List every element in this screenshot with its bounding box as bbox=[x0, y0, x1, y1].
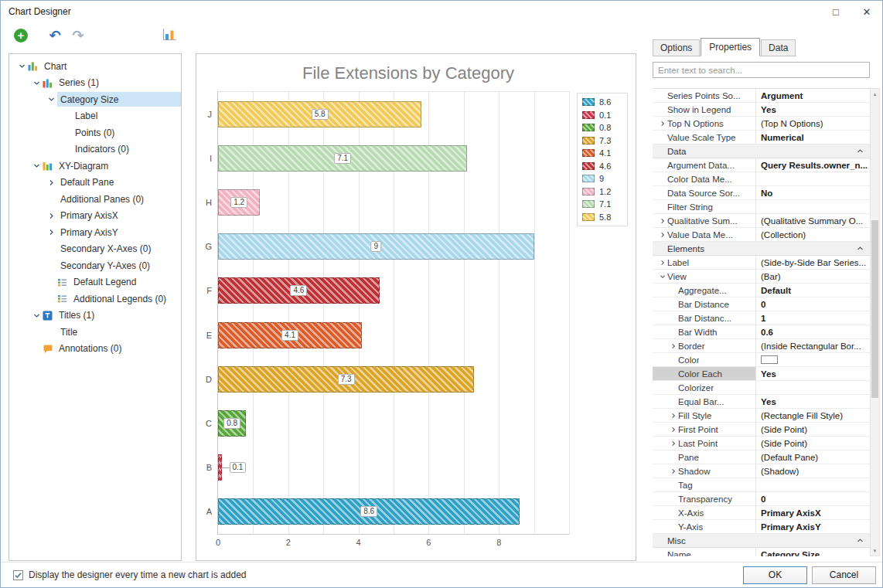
tree-chevron-right-icon[interactable] bbox=[45, 212, 57, 219]
tab-properties[interactable]: Properties bbox=[701, 38, 760, 56]
tree-item-default-pane[interactable]: Default Pane bbox=[9, 175, 181, 192]
property-row-view[interactable]: View(Bar) bbox=[653, 270, 870, 284]
property-value[interactable]: Argument bbox=[756, 89, 870, 102]
expand-right-icon[interactable] bbox=[657, 232, 667, 238]
legend-item[interactable]: 4.6 bbox=[582, 161, 622, 171]
chart-type-button[interactable] bbox=[159, 25, 179, 46]
property-row-aggregate[interactable]: Aggregate...Default bbox=[653, 284, 870, 297]
property-value[interactable]: (Top N Options) bbox=[756, 117, 870, 130]
collapse-group-icon[interactable] bbox=[857, 148, 864, 155]
property-value[interactable] bbox=[756, 172, 870, 185]
scrollbar-thumb[interactable] bbox=[871, 220, 878, 398]
expand-right-icon[interactable] bbox=[668, 427, 678, 433]
tree-item-primary-axisy[interactable]: Primary AxisY bbox=[9, 224, 181, 241]
tree-item-secondary-y-axes-0[interactable]: Secondary Y-Axes (0) bbox=[9, 257, 181, 274]
tree-item-points-0[interactable]: Points (0) bbox=[9, 124, 181, 141]
collapse-group-icon[interactable] bbox=[857, 245, 864, 252]
legend-item[interactable]: 7.1 bbox=[582, 199, 622, 209]
property-value[interactable] bbox=[756, 478, 870, 491]
expand-right-icon[interactable] bbox=[668, 413, 678, 419]
property-row-bar-distance[interactable]: Bar Distance0 bbox=[653, 297, 870, 311]
color-swatch[interactable] bbox=[761, 355, 778, 364]
tree-chevron-right-icon[interactable] bbox=[45, 229, 57, 236]
close-button[interactable]: ✕ bbox=[851, 1, 882, 22]
property-value[interactable]: Primary AxisX bbox=[756, 506, 870, 519]
property-row-filter-string[interactable]: Filter String bbox=[653, 200, 870, 214]
legend-item[interactable]: 1.2 bbox=[582, 187, 622, 196]
expand-right-icon[interactable] bbox=[657, 218, 667, 224]
property-value[interactable]: Yes bbox=[756, 103, 870, 116]
collapse-group-icon[interactable] bbox=[857, 537, 864, 544]
property-row-qualitative-sum[interactable]: Qualitative Sum...(Qualitative Summary O… bbox=[653, 214, 870, 228]
display-designer-checkbox[interactable] bbox=[13, 570, 23, 580]
legend-item[interactable]: 0.1 bbox=[582, 110, 622, 120]
property-group-elements[interactable]: Elements bbox=[653, 242, 870, 256]
legend-item[interactable]: 7.3 bbox=[582, 136, 622, 145]
tab-options[interactable]: Options bbox=[653, 39, 700, 56]
expand-down-icon[interactable] bbox=[657, 274, 667, 280]
property-row-color[interactable]: Color bbox=[653, 353, 870, 367]
tree-item-annotations-0[interactable]: Annotations (0) bbox=[9, 341, 181, 358]
property-value[interactable]: (Side Point) bbox=[756, 423, 870, 436]
expand-right-icon[interactable] bbox=[657, 260, 667, 266]
property-value[interactable] bbox=[756, 353, 870, 366]
property-value[interactable] bbox=[756, 381, 870, 394]
property-row-fill-style[interactable]: Fill Style(Rectangle Fill Style) bbox=[653, 409, 870, 423]
property-value[interactable]: Numerical bbox=[756, 131, 870, 144]
tree-item-label[interactable]: Label bbox=[9, 108, 181, 125]
property-value[interactable]: (Qualitative Summary O... bbox=[756, 214, 870, 227]
property-value[interactable]: No bbox=[756, 186, 870, 199]
tree-item-title[interactable]: Title bbox=[9, 324, 181, 341]
property-grid-scrollbar[interactable]: ▲ ▼ bbox=[870, 88, 880, 556]
property-row-bar-width[interactable]: Bar Width0.6 bbox=[653, 325, 870, 339]
property-row-value-data-me[interactable]: Value Data Me...(Collection) bbox=[653, 228, 870, 242]
tree-item-secondary-x-axes-0[interactable]: Secondary X-Axes (0) bbox=[9, 241, 181, 258]
legend-item[interactable]: 9 bbox=[582, 174, 622, 183]
chart-title[interactable]: File Extensions by Category bbox=[212, 63, 605, 83]
property-row-value-scale-type[interactable]: Value Scale TypeNumerical bbox=[653, 131, 870, 144]
property-value[interactable]: Default bbox=[756, 284, 870, 297]
tree-chevron-down-icon[interactable] bbox=[15, 63, 28, 70]
expand-right-icon[interactable] bbox=[668, 343, 678, 349]
property-value[interactable] bbox=[756, 200, 870, 213]
tree-item-primary-axisx[interactable]: Primary AxisX bbox=[9, 208, 181, 225]
property-row-bar-distanc[interactable]: Bar Distanc...1 bbox=[653, 311, 870, 325]
tree-item-additional-panes-0[interactable]: Additional Panes (0) bbox=[9, 191, 181, 208]
tree-item-indicators-0[interactable]: Indicators (0) bbox=[9, 141, 181, 158]
property-row-name[interactable]: NameCategory Size bbox=[653, 548, 870, 556]
scroll-down-icon[interactable]: ▼ bbox=[871, 546, 879, 556]
expand-right-icon[interactable] bbox=[657, 121, 667, 127]
property-row-argument-data[interactable]: Argument Data...Query Results.owner_n... bbox=[653, 158, 870, 172]
property-value[interactable]: 1 bbox=[756, 311, 870, 325]
tree-chevron-down-icon[interactable] bbox=[30, 162, 43, 169]
property-row-transparency[interactable]: Transparency0 bbox=[653, 492, 870, 506]
property-row-color-data-me[interactable]: Color Data Me... bbox=[653, 172, 870, 186]
expand-right-icon[interactable] bbox=[668, 468, 678, 474]
property-value[interactable]: (Rectangle Fill Style) bbox=[756, 409, 870, 422]
property-value[interactable]: (Shadow) bbox=[756, 464, 870, 478]
tree-item-titles-1[interactable]: Titles (1) bbox=[9, 308, 181, 325]
tree-item-series-1[interactable]: Series (1) bbox=[9, 75, 181, 92]
property-row-equal-bar[interactable]: Equal Bar...Yes bbox=[653, 395, 870, 409]
ok-button[interactable]: OK bbox=[743, 566, 807, 584]
tree-chevron-down-icon[interactable] bbox=[30, 312, 43, 319]
property-row-data-source-sor[interactable]: Data Source Sor...No bbox=[653, 186, 870, 200]
property-value[interactable]: Category Size bbox=[756, 548, 870, 556]
property-row-color-each[interactable]: Color EachYes bbox=[653, 367, 870, 381]
property-value[interactable]: Query Results.owner_n... bbox=[756, 158, 870, 172]
property-row-tag[interactable]: Tag bbox=[653, 478, 870, 492]
property-row-last-point[interactable]: Last Point(Side Point) bbox=[653, 437, 870, 450]
property-search-input[interactable] bbox=[653, 62, 870, 78]
property-row-label[interactable]: Label(Side-by-Side Bar Series... bbox=[653, 256, 870, 270]
scroll-up-icon[interactable]: ▲ bbox=[871, 89, 879, 99]
property-row-border[interactable]: Border(Inside Rectangular Bor... bbox=[653, 339, 870, 353]
tree-item-default-legend[interactable]: Default Legend bbox=[9, 274, 181, 291]
tree-item-additional-legends-0[interactable]: Additional Legends (0) bbox=[9, 291, 181, 308]
chart-legend[interactable]: 8.60.10.87.34.14.691.27.15.8 bbox=[577, 93, 628, 226]
tree-chevron-down-icon[interactable] bbox=[30, 80, 43, 87]
property-value[interactable]: (Inside Rectangular Bor... bbox=[756, 339, 870, 352]
property-row-shadow[interactable]: Shadow(Shadow) bbox=[653, 464, 870, 478]
tab-data[interactable]: Data bbox=[761, 39, 796, 56]
property-group-data[interactable]: Data bbox=[653, 144, 870, 158]
legend-item[interactable]: 4.1 bbox=[582, 148, 622, 158]
